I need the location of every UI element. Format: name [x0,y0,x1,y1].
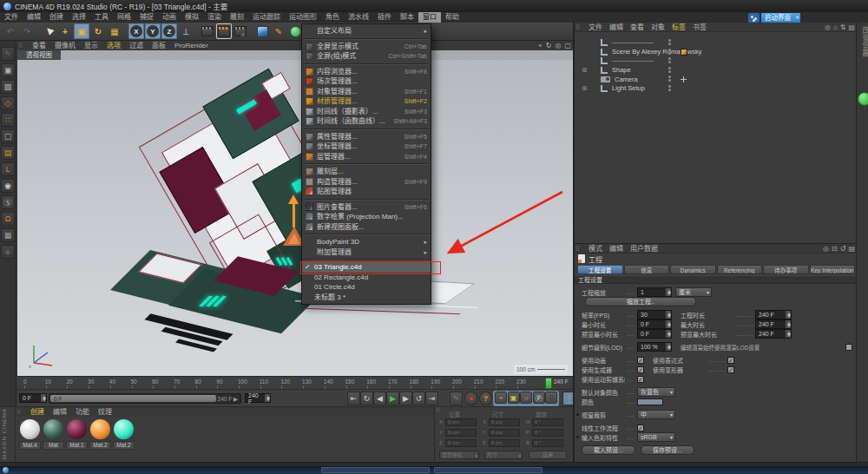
taskbar-window[interactable] [434,467,542,473]
window-menu-item-5[interactable]: 内容浏览器...Shift+F8 [302,67,431,77]
scale-project-button[interactable]: 缩放工程.. [585,297,696,306]
home-icon[interactable]: ⌂ [833,23,838,32]
checkbox[interactable]: ✓ [637,425,644,431]
om-menu-5[interactable]: 书签 [689,23,710,31]
checkbox[interactable]: ✓ [637,357,644,364]
visibility-toggles[interactable] [668,67,671,73]
window-menu-item-17[interactable]: 构造管理器...Shift+F9 [302,177,431,188]
menu-item-14[interactable]: 流水线 [344,12,373,23]
record-position-toggle[interactable]: + [495,392,507,404]
window-menu-item-24[interactable]: BodyPaint 3D▸ [302,237,431,247]
grip-icon[interactable]: ⠿ [18,41,23,50]
window-menu-item-18[interactable]: 贴图管理器 [302,187,431,197]
points-mode-icon[interactable]: ∷ [1,113,15,127]
dropdown[interactable]: sRGB [637,432,675,442]
material-menu-0[interactable]: 创建 [26,407,49,417]
y-axis-handle[interactable] [293,204,295,227]
edges-mode-icon[interactable]: ▢ [1,129,15,143]
coord-field[interactable]: 0 ° [532,439,563,447]
material-sphere[interactable] [20,419,40,439]
zoom-view-icon[interactable]: ◎ [555,41,561,50]
om-menu-0[interactable]: 文件 [585,23,606,31]
loop-mode-button[interactable]: ↻ [360,392,373,405]
coord-field[interactable]: 0 cm [445,418,477,426]
viewport-tab[interactable]: 透视视图 [17,50,61,60]
value-field[interactable]: 30 [637,310,672,319]
attr-menu-1[interactable]: 编辑 [606,244,627,253]
menu-item-9[interactable]: 渲染 [203,12,226,23]
menu-item-7[interactable]: 动画 [158,12,181,23]
visibility-toggles[interactable] [668,39,671,45]
window-menu-item-6[interactable]: 场次管理器... [302,76,431,87]
record-rotation-toggle[interactable]: ○ [520,392,532,404]
workplane-mode-icon[interactable]: ◇ [1,96,15,110]
grip-icon[interactable]: ⠿ [575,244,580,253]
polygons-mode-icon[interactable]: ▤ [1,146,15,160]
tab-3[interactable]: Referencing [717,265,763,274]
coord-field[interactable]: 0 ° [532,418,563,426]
window-menu-item-29[interactable]: 01 Circle.c4d [302,282,431,293]
window-menu-item-10[interactable]: 时间线（函数曲线）...Shift+Alt+F3 [302,116,431,127]
window-menu-item-12[interactable]: 属性管理器...Shift+F5 [302,132,431,142]
search-icon[interactable]: ◎ [825,23,831,32]
value-field[interactable]: 1 [637,287,672,297]
viewport-menu-3[interactable]: 选项 [102,41,125,50]
menu-item-13[interactable]: 角色 [321,12,344,23]
menu-item-5[interactable]: 网格 [113,12,135,23]
model-mode-icon[interactable]: ▣ [1,63,15,77]
window-menu-item-30[interactable]: 未标题 3 * [302,293,431,303]
last-used-tool[interactable]: ▦ [107,23,122,39]
record-pla-toggle[interactable]: ⠿ [545,392,557,404]
visibility-toggles[interactable] [668,49,671,55]
checkbox[interactable]: ✓ [637,366,644,373]
material-menu-3[interactable]: 纹理 [94,407,116,417]
render-view-button[interactable] [200,23,215,39]
material-menu-1[interactable]: 编辑 [49,407,71,417]
checkbox[interactable]: ✓ [637,376,644,383]
material-item[interactable]: Mat.4 [19,419,41,450]
coord-mode-dropdown[interactable]: 世界坐标 [439,451,479,459]
dropdown[interactable]: 厘米 [675,287,712,297]
window-menu-item-2[interactable]: 全屏显示模式Ctrl+Tab [302,42,431,52]
search-icon[interactable]: ◎ [823,244,829,253]
om-menu-3[interactable]: 对象 [648,23,668,31]
object-row[interactable]: ───────── [575,56,858,66]
section-header[interactable]: 工程设置 [575,275,858,284]
tab-1[interactable]: 信息 [624,265,670,274]
texture-mode-icon[interactable]: ▨ [1,80,15,94]
om-menu-1[interactable]: 编辑 [606,23,627,31]
playhead[interactable] [545,378,552,389]
value-field[interactable]: 0 F [637,329,672,339]
coordinate-system-button[interactable]: ⊥ [178,23,194,39]
redo-icon[interactable]: ↷ [19,23,35,39]
notification-icon[interactable] [858,92,868,106]
value-field[interactable]: 240 F [755,329,792,339]
checkbox[interactable] [845,344,852,351]
menu-item-11[interactable]: 运动跟踪 [248,12,285,23]
value-field[interactable]: 240 F [755,319,792,329]
visibility-toggles[interactable] [668,85,671,91]
menu-item-3[interactable]: 选择 [68,12,90,23]
go-to-end-button[interactable]: ⇥ [425,392,438,405]
checkbox[interactable]: ✓ [727,357,734,364]
window-menu-item-7[interactable]: 对象管理器...Shift+F1 [302,87,431,97]
enable-axis-icon[interactable]: L [1,162,15,176]
tab-0[interactable]: 工程设置 [577,265,623,274]
timeline-scrollbar[interactable]: 0 F240 F ▶ [49,393,241,404]
autokeying-button[interactable]: ? [479,392,492,405]
record-parameter-toggle[interactable]: Ⓟ [533,392,545,404]
viewport-menu-2[interactable]: 显示 [80,41,102,50]
target-tag[interactable] [681,76,687,82]
render-settings-button[interactable] [233,23,248,39]
record-scale-toggle[interactable]: ▣ [508,392,520,404]
taskbar-window[interactable] [321,467,430,473]
object-row[interactable]: ⊞Shape [575,66,858,76]
menu-item-0[interactable]: 文件 [0,12,23,23]
end-frame-field[interactable]: 240 F [245,393,271,403]
cycle-button[interactable]: ↺ [412,392,425,405]
window-menu-item-14[interactable]: 层管理器...Shift+F4 [302,152,431,162]
lock-z-axis-button[interactable]: Z [161,23,177,39]
value-field[interactable]: 0 F [637,319,672,329]
tab-2[interactable]: Dynamics [670,265,716,274]
value-field[interactable]: 100 % [637,342,672,352]
